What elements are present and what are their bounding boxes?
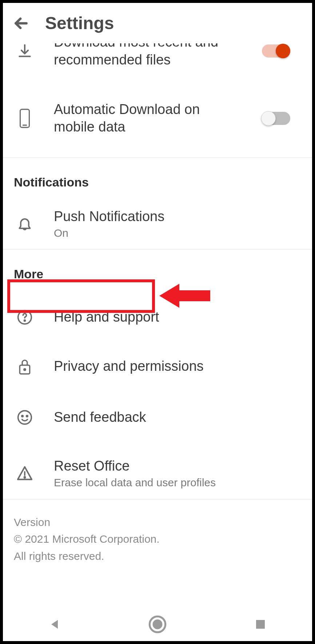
toggle-auto-mobile[interactable] (262, 112, 290, 125)
setting-privacy[interactable]: Privacy and permissions (3, 348, 312, 385)
setting-download-recent[interactable]: Download most recent and recommended fil… (3, 43, 312, 76)
setting-reset-office[interactable]: Reset Office Erase local data and user p… (3, 450, 312, 496)
reset-sub: Erase local data and user profiles (54, 476, 301, 489)
setting-download-recent-label: Download most recent and recommended fil… (54, 43, 244, 69)
help-icon (14, 309, 36, 325)
rights-label: All rights reserved. (14, 548, 301, 565)
bell-icon (14, 216, 36, 232)
copyright-label: © 2021 Microsoft Corporation. (14, 531, 301, 548)
system-nav-bar (3, 608, 312, 641)
svg-point-17 (153, 620, 162, 628)
setting-auto-mobile-label: Automatic Download on mobile data (54, 101, 244, 136)
privacy-label: Privacy and permissions (54, 358, 301, 375)
section-heading-more: More (3, 250, 312, 290)
setting-download-recent-clipped: Download most recent and recommended fil… (3, 43, 312, 79)
lock-icon (14, 358, 36, 375)
setting-feedback[interactable]: Send feedback (3, 399, 312, 436)
help-label: Help and support (54, 309, 301, 326)
toggle-download-recent[interactable] (262, 44, 290, 58)
svg-point-10 (22, 416, 23, 417)
version-label: Version (14, 514, 301, 531)
reset-label: Reset Office (54, 458, 301, 475)
arrow-left-icon (13, 15, 29, 31)
svg-marker-15 (51, 620, 58, 629)
nav-home-button[interactable] (147, 613, 168, 635)
svg-rect-18 (256, 620, 265, 629)
nav-back-button[interactable] (44, 613, 65, 635)
svg-point-11 (27, 416, 28, 417)
svg-point-13 (24, 477, 25, 478)
feedback-label: Send feedback (54, 409, 301, 426)
svg-point-8 (24, 369, 25, 370)
push-label: Push Notifications (54, 208, 301, 225)
section-heading-notifications: Notifications (3, 158, 312, 198)
setting-push-notifications[interactable]: Push Notifications On (3, 198, 312, 249)
page-title: Settings (45, 13, 114, 33)
header-bar: Settings (3, 3, 312, 42)
svg-point-6 (24, 320, 25, 321)
nav-recents-button[interactable] (250, 613, 271, 635)
setting-help-support[interactable]: Help and support (3, 301, 312, 334)
smile-icon (14, 409, 36, 425)
setting-auto-mobile[interactable]: Automatic Download on mobile data (3, 79, 312, 157)
download-icon (14, 43, 36, 59)
back-button[interactable] (12, 14, 31, 33)
push-sub: On (54, 227, 301, 239)
phone-icon (14, 108, 36, 129)
svg-point-9 (18, 411, 32, 424)
warning-icon (14, 465, 36, 482)
footer: Version © 2021 Microsoft Corporation. Al… (3, 499, 312, 572)
